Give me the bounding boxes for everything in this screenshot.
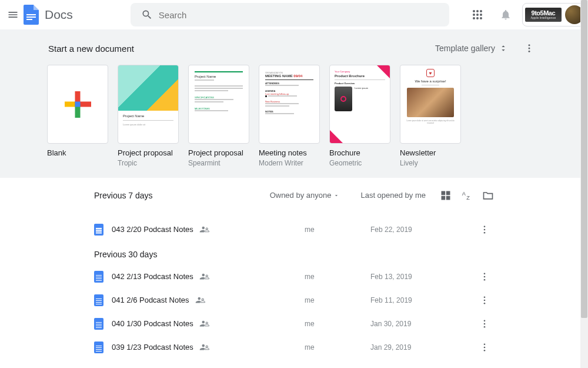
svg-point-31 [484, 320, 486, 321]
sort-az-icon: AZ [461, 190, 473, 201]
template-card-modern-writer[interactable]: ORGANIZATIONMEETING NAME 09/04ATTENDEESA… [259, 65, 320, 167]
more-vert-icon [524, 43, 534, 54]
document-title: 043 2/20 Podcast Notes [112, 225, 193, 234]
document-more-button[interactable] [475, 291, 494, 310]
shared-icon [199, 224, 210, 235]
shared-indicator [199, 319, 210, 329]
svg-point-2 [480, 10, 482, 12]
template-card-blank[interactable]: Blank [47, 65, 108, 167]
document-date: Feb 11, 2019 [370, 296, 412, 304]
shared-indicator [199, 342, 210, 353]
document-title: 042 2/13 Podcast Notes [112, 272, 193, 281]
svg-point-34 [202, 344, 205, 347]
search-container [131, 3, 449, 26]
template-more-button[interactable] [519, 38, 540, 59]
docs-icon [24, 5, 39, 25]
svg-point-18 [484, 231, 486, 233]
template-subtitle: Geometric [329, 159, 390, 167]
docs-file-icon [94, 224, 103, 236]
template-name: Newsletter [400, 148, 461, 158]
docs-file-icon [94, 271, 103, 283]
sort-label[interactable]: Last opened by me [360, 191, 426, 200]
document-row[interactable]: 043 2/20 Podcast NotesmeFeb 22, 2019 [94, 218, 494, 241]
documents-header: Previous 7 days Owned by anyone Last ope… [94, 186, 494, 210]
hamburger-icon [7, 9, 19, 21]
svg-point-14 [202, 226, 205, 229]
document-more-button[interactable] [475, 338, 494, 357]
template-card-spearmint[interactable]: Project NameSPECIFICATIONSMILESTONESProj… [188, 65, 249, 167]
template-card-tropic[interactable]: Project NameLorem ipsum dolor sitProject… [118, 65, 179, 167]
plus-icon [65, 91, 91, 118]
svg-point-17 [484, 228, 486, 230]
google-apps-button[interactable] [466, 3, 489, 26]
document-owner: me [305, 320, 315, 328]
documents-area: Previous 7 days Owned by anyone Last ope… [0, 178, 588, 368]
search-input[interactable] [159, 10, 445, 20]
svg-point-33 [484, 326, 486, 327]
svg-point-19 [202, 273, 205, 276]
template-gallery-label: Template gallery [435, 44, 495, 53]
shared-icon [199, 271, 210, 282]
search-bar[interactable] [131, 3, 449, 26]
svg-point-22 [484, 276, 486, 277]
document-date: Feb 22, 2019 [370, 226, 412, 234]
document-more-button[interactable] [475, 314, 494, 333]
docs-file-icon [94, 318, 103, 330]
svg-point-38 [484, 349, 486, 351]
owner-filter-label: Owned by anyone [270, 191, 332, 200]
template-subtitle: Spearmint [188, 159, 249, 167]
svg-text:Z: Z [466, 194, 470, 200]
svg-point-21 [484, 273, 486, 274]
shared-icon [195, 295, 206, 306]
vertical-scrollbar[interactable] [580, 0, 588, 368]
shared-indicator [199, 224, 210, 235]
shared-indicator [199, 271, 210, 282]
notifications-button[interactable] [494, 3, 517, 26]
account-brand-card[interactable]: 9to5Mac Apple Intelligence [522, 3, 587, 26]
svg-point-10 [529, 48, 530, 49]
sort-az-button[interactable]: AZ [461, 190, 473, 201]
main-menu-button[interactable] [7, 1, 19, 29]
header: Docs 9to5Mac Apple Intelligence [0, 0, 588, 29]
template-gallery-button[interactable]: Template gallery [432, 41, 512, 55]
scrollbar-thumb[interactable] [581, 0, 587, 318]
more-vert-icon [479, 271, 490, 282]
svg-point-28 [484, 302, 486, 304]
group-title: Previous 30 days [94, 241, 494, 265]
open-file-picker-button[interactable] [482, 190, 494, 201]
more-vert-icon [479, 224, 490, 235]
template-card-lively[interactable]: ♥We have a surprise!Lorem ipsum dolor si… [400, 65, 461, 167]
more-vert-icon [479, 342, 490, 353]
template-thumbnail: ♥We have a surprise!Lorem ipsum dolor si… [400, 65, 461, 144]
document-more-button[interactable] [475, 220, 494, 239]
document-date: Feb 13, 2019 [370, 273, 412, 281]
group-title: Earlier [94, 359, 494, 368]
first-group-title: Previous 7 days [94, 191, 153, 200]
document-owner: me [305, 273, 315, 281]
docs-file-icon [94, 342, 103, 353]
document-more-button[interactable] [475, 267, 494, 286]
shared-icon [199, 342, 210, 353]
app-logo[interactable]: Docs [24, 5, 73, 25]
more-vert-icon [479, 295, 490, 306]
docs-file-icon [94, 294, 103, 306]
svg-point-16 [484, 226, 486, 227]
svg-point-27 [484, 299, 486, 301]
template-name: Blank [47, 148, 108, 158]
owner-filter-dropdown[interactable]: Owned by anyone [270, 191, 340, 200]
document-row[interactable]: 042 2/13 Podcast NotesmeFeb 13, 2019 [94, 265, 494, 289]
document-row[interactable]: 039 1/23 Podcast NotesmeJan 29, 2019 [94, 336, 494, 359]
grid-view-button[interactable] [440, 190, 452, 201]
document-title: 039 1/23 Podcast Notes [112, 343, 193, 352]
template-thumbnail: Project NameLorem ipsum dolor sit [118, 65, 179, 144]
template-card-geometric[interactable]: Your CompanyProduct BrochureProduct Over… [329, 65, 390, 167]
template-section: Start a new document Template gallery Bl… [0, 29, 588, 178]
template-subtitle: Lively [400, 159, 461, 167]
template-name: Brochure [329, 148, 390, 158]
document-row[interactable]: 041 2/6 Podcast NotesmeFeb 11, 2019 [94, 289, 494, 312]
svg-point-1 [476, 10, 479, 12]
search-icon [135, 3, 159, 26]
template-name: Project proposal [118, 148, 179, 158]
template-thumbnail: Project NameSPECIFICATIONSMILESTONES [188, 65, 249, 144]
document-row[interactable]: 040 1/30 Podcast NotesmeJan 30, 2019 [94, 312, 494, 336]
